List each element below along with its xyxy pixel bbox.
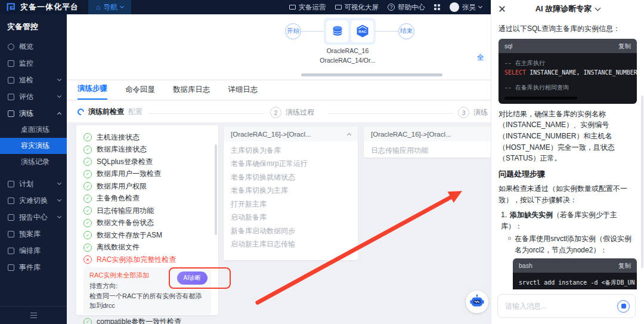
check-item: 数据库用户权限	[83, 180, 211, 193]
sidebar-item-monitoring[interactable]: 监控	[0, 55, 67, 72]
chevron-up-icon	[57, 112, 61, 116]
check-pass-icon	[83, 195, 92, 203]
tab-detail-log[interactable]: 详细日志	[228, 85, 258, 100]
check-item: 离线数据文件	[83, 242, 211, 254]
sidebar-item-drill-records[interactable]: 演练记录	[0, 154, 67, 170]
monitor-icon	[335, 5, 342, 10]
topbar-item-help-center[interactable]: 帮助中心	[388, 3, 425, 12]
copy-button[interactable]: 复制	[618, 41, 631, 51]
task-item: 启动新备库	[224, 211, 358, 225]
sidebar-item-overview[interactable]: 概览	[0, 38, 67, 55]
code-block-body: -- 在主库执行 SELECT INSTANCE_NAME, INSTANCE_…	[499, 53, 637, 104]
sidebar-item-plan-library[interactable]: 预案库	[0, 226, 67, 242]
task-list: 主库切换为备库 老备库确保mrp正常运行 老备库切换就绪状态 老备库切换为主库 …	[224, 141, 358, 251]
check-pass-icon	[83, 146, 92, 154]
scrollbar-thumb[interactable]	[215, 144, 217, 235]
ai-diagnose-button[interactable]: AI诊断	[177, 271, 208, 285]
drill-stepper: 演练前检查 配置 2 演练过程 3 演练	[67, 101, 491, 122]
ai-chat-content: 通过以下SQL查询主备库的实例信息： sql 复制 -- 在主库执行 SELEC…	[491, 19, 644, 289]
check-item-failed: RAC实例添加完整性检查	[83, 254, 211, 266]
check-fail-icon	[83, 255, 92, 264]
app-title: 灾备一体化平台	[20, 2, 79, 13]
chevron-down-icon[interactable]	[595, 5, 601, 11]
sidebar-item-disaster-switch[interactable]: 灾难切换	[0, 192, 67, 209]
drill-tabs: 演练步骤 命令回显 数据库日志 详细日志	[67, 81, 491, 100]
sidebar-item-orchestration-library[interactable]: 编排库	[0, 242, 67, 259]
step-divider	[148, 113, 265, 114]
sidebar-item-plan[interactable]: 计划	[0, 175, 67, 192]
scrollbar-thumb[interactable]	[641, 95, 643, 269]
sidebar-item-dr-drill-active[interactable]: 容灾演练	[0, 138, 67, 154]
task-item: 启动新主库日志传输	[224, 238, 358, 252]
chevron-up-icon	[347, 132, 351, 137]
ai-assistant-robot-icon[interactable]	[466, 291, 488, 313]
flow-connector	[301, 31, 324, 32]
home-icon	[96, 3, 100, 11]
svg-text:RAC: RAC	[358, 29, 367, 33]
ordered-step-1: 1.添加缺失实例（若备库实例少于主库）：	[501, 209, 637, 232]
chevron-down-icon	[57, 77, 61, 81]
task-item: 主库切换为备库	[224, 144, 358, 158]
sidebar-collapse-button[interactable]	[0, 306, 67, 324]
flow-node-subtitle: OracleRAC_14/Or...	[291, 55, 404, 65]
chat-input-bar	[497, 294, 636, 318]
tab-database-log[interactable]: 数据库日志	[173, 85, 210, 100]
task-item: 打开新主库	[224, 198, 358, 211]
task-card-header[interactable]: [OracleRAC_16]->[Oracl...	[224, 126, 358, 141]
task-item: 日志传输应用功能	[364, 144, 491, 158]
drill-flow-section: 开始 RAC 结束 OracleRAC_16 OracleRAC_14/Or..…	[67, 14, 491, 80]
orchestration-icon	[8, 248, 14, 254]
topbar-item-dr-operations[interactable]: 灾备运营	[289, 3, 326, 12]
sidebar-item-report-center[interactable]: 报告中心	[0, 209, 67, 226]
apps-grid-icon[interactable]	[434, 4, 441, 11]
chevron-down-icon	[57, 214, 61, 218]
chevron-down-icon	[57, 181, 61, 185]
check-item: SQLplus登录检查	[83, 156, 211, 168]
flow-node-labels: OracleRAC_16 OracleRAC_14/Or...	[291, 46, 404, 66]
sidebar-item-desktop-drill[interactable]: 桌面演练	[0, 122, 67, 138]
task-card-header[interactable]: [OracleRAC_16]->[Oracl...	[364, 126, 491, 141]
task-item: 新备库启动数据同步	[224, 224, 358, 238]
sidebar-item-event-library[interactable]: 事件库	[0, 259, 67, 276]
flow-start-node: 开始	[285, 23, 301, 39]
configure-link[interactable]: 配置	[128, 107, 143, 117]
check-item: compatible参数一致性检查	[83, 316, 211, 324]
tab-drill-steps[interactable]: 演练步骤	[78, 84, 107, 100]
sidebar: 灾备管控 概览 监控 巡检 评估 演练 桌面演练 容灾演练	[0, 14, 67, 324]
sidebar-item-drill[interactable]: 演练	[0, 105, 67, 122]
event-icon	[8, 264, 14, 271]
ai-panel-header: AI 故障诊断专家	[491, 0, 644, 18]
avatar	[450, 2, 459, 12]
user-menu[interactable]: 张昊	[450, 2, 482, 12]
code-block-header: bash 复制	[513, 258, 637, 273]
app-window: 灾备一体化平台 导航 灾备运营 可视化大屏 帮助中心 张昊	[0, 0, 644, 324]
stop-icon	[621, 304, 626, 308]
truncated-link[interactable]: 全	[477, 53, 484, 63]
copy-button[interactable]: 复制	[618, 261, 631, 270]
close-icon[interactable]	[499, 5, 506, 13]
library-icon	[8, 231, 14, 237]
sidebar-title: 灾备管控	[0, 14, 67, 38]
flow-oracle-node[interactable]: RAC	[324, 18, 376, 45]
rac-icon: RAC	[351, 20, 373, 42]
help-icon	[388, 4, 395, 11]
ai-message-text: 如果检查未通过（如实例数量或配置不一致），按以下步骤解决：	[499, 183, 637, 205]
sidebar-item-evaluation[interactable]: 评估	[0, 88, 67, 105]
nav-menu-button[interactable]: 导航	[88, 0, 131, 14]
check-pass-icon	[83, 219, 92, 227]
code-scrollbar-thumb[interactable]	[504, 97, 577, 100]
tab-command-echo[interactable]: 命令回显	[125, 85, 155, 100]
overview-icon	[8, 44, 14, 50]
message-input[interactable]	[505, 302, 617, 310]
nav-menu-label: 导航	[103, 2, 117, 13]
task-list: 日志传输应用功能	[364, 141, 491, 158]
check-pass-icon	[83, 206, 92, 215]
sidebar-item-inspection[interactable]: 巡检	[0, 72, 67, 88]
topbar-item-dashboard[interactable]: 可视化大屏	[335, 3, 379, 12]
task-item: 老备库切换为主库	[224, 184, 358, 198]
chevron-down-icon	[57, 94, 61, 98]
sql-code-block: sql 复制 -- 在主库执行 SELECT INSTANCE_NAME, IN…	[499, 39, 637, 104]
horizontal-scrollbar[interactable]	[301, 73, 442, 76]
stop-generation-button[interactable]	[617, 300, 630, 313]
chevron-down-icon	[478, 4, 482, 8]
